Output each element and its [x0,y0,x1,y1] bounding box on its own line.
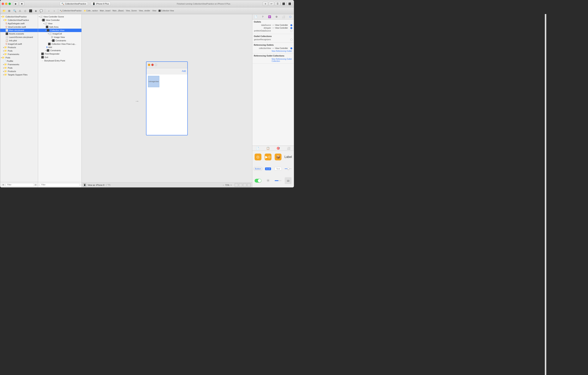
tab-connections[interactable]: ⬡ [288,15,293,19]
canvas-color-btn[interactable] [243,183,246,187]
nav-item-appdelegate[interactable]: S AppDelegate.swift [0,22,38,25]
new-referencing-outlet-collection-btn[interactable]: New Referencing Outlet Collection [272,58,292,62]
stop-button[interactable]: ■ [19,2,24,6]
nav-item-cvp-group[interactable]: ▾ 📁 CollectionViewPractice [0,18,38,22]
nav-icon-breakpoint[interactable]: ◈ [33,9,38,13]
new-referencing-outlet-btn[interactable]: New Referencing Outlet [272,50,292,52]
bc-item-7[interactable]: ⬛ Collection View [158,10,174,12]
scene-item-view[interactable]: ▾ ⬜ View [38,22,82,25]
nav-item-project-root[interactable]: ▾ 📁 CollectionViewPractice [0,15,38,18]
nav-item-products[interactable]: ▸ 📁 Products [0,46,38,49]
nav-item-podfile[interactable]: 📄 Podfile [0,59,38,63]
add-file-button[interactable]: + [2,183,5,187]
nav-item-pods-root[interactable]: ▾ 📁 Pods [0,56,38,59]
minimize-button[interactable] [5,3,7,5]
nav-icon-symbol[interactable]: ⊞ [7,9,11,13]
nav-item-frameworks[interactable]: ▸ 📁 Frameworks [0,53,38,56]
scene-item-safearea[interactable]: ⬛ Safe Area [38,25,82,29]
nav-item-assets[interactable]: ⬛ Assets.xcassets [0,32,38,35]
tab-attributes[interactable]: ⚙ [274,15,279,19]
obj-lib-tab-objects[interactable]: 🎯 [277,147,280,150]
nav-item-viewcontroller[interactable]: S ViewController.swift [0,25,38,29]
filter-options[interactable]: ⊞ [35,184,36,186]
outlet-circle-collectionview[interactable] [290,47,292,49]
grid-btn[interactable] [239,183,242,187]
back-button[interactable]: ‹ [47,9,51,13]
obj-lib-item-image[interactable]: 🏔 [284,175,293,187]
canvas-content[interactable]: → Add [82,14,252,182]
scene-item-constraints-cell[interactable]: ▸ ⬛ Constraints [38,39,82,42]
tab-quickhelp[interactable]: ? [261,15,265,19]
outlet-circle-datasource[interactable] [290,24,292,26]
nav-icon-search[interactable]: 🔍 [12,9,17,13]
project-scheme-selector[interactable]: 🔨 CollectionViewPractice [60,2,88,6]
aspect-fit-btn[interactable] [235,183,238,187]
obj-lib-item-segmented[interactable]: 1 | 2 [263,163,273,175]
nav-item-products2[interactable]: ▸ 📁 Products [0,70,38,73]
obj-lib-item-switch[interactable] [253,175,263,187]
obj-lib-item-progress[interactable] [273,175,283,187]
library-toggle[interactable]: ⬛ [287,2,292,6]
nav-item-infoplist[interactable]: 📋 Info.plist [0,39,38,42]
obj-lib-item-navcontroller[interactable]: ▶⊙ [263,152,273,163]
outlet-circle-gesture[interactable] [290,39,292,41]
scene-item-add-btn[interactable]: B Add [38,46,82,49]
bc-item-3[interactable]: Main...(Base) [113,10,124,12]
obj-lib-item-slider[interactable] [284,163,293,175]
nav-icon-report[interactable]: 💬 [39,9,43,13]
outlet-circle-delegate[interactable] [290,27,292,29]
tab-file[interactable]: 📄 [253,15,258,19]
back-forward[interactable]: ↩ [269,2,274,6]
obj-lib-tab-list[interactable]: 📋 [266,147,270,150]
obj-lib-item-tablevc[interactable]: 📦 [273,152,283,163]
tab-size[interactable]: ⬜ [281,15,286,19]
more-btn[interactable] [247,183,251,187]
obj-lib-item-viewcontroller[interactable]: ⊙ [253,152,263,163]
obj-lib-item-textfield[interactable]: Text [273,163,283,175]
forward-button[interactable]: › [52,9,56,13]
obj-lib-tab-snippets[interactable]: ⬜ [287,147,290,150]
nav-icon-debug[interactable]: ⬛ [28,9,33,13]
nav-item-targets[interactable]: ▸ 📁 Targets Support Files [0,73,38,77]
phone-collection-body[interactable]: UIImageView [147,74,187,135]
nav-item-imagecell[interactable]: S ImageCell.swift [0,42,38,46]
scene-item-entrypoint[interactable]: → Storyboard Entry Point [38,59,82,62]
nav-toggle[interactable]: ☰ [275,2,280,6]
editor-mode-standard[interactable]: ≡ [263,2,268,6]
scene-item-imagecell[interactable]: ▾ ⬜ ImageCell [38,32,82,35]
bc-item-6[interactable]: View [152,10,157,12]
obj-lib-item-label[interactable]: Label [284,152,293,163]
nav-item-launchscreen[interactable]: ⬜ LaunchScreen.storyboard [0,35,38,39]
zoom-in-button[interactable]: + [231,184,232,186]
device-selector[interactable]: 📱 iPhone 8 Plus [91,2,111,6]
obj-lib-tab-file[interactable]: 📄 [256,147,259,150]
scene-item-vc[interactable]: ▾ ⬛ View Controller [38,18,82,22]
bc-item-1[interactable]: 📁 Colle...ractice [84,10,98,12]
bc-item-0[interactable]: 🔨 CollectionViewPractice [60,10,82,12]
scene-item-exit[interactable]: ⬛ Exit [38,55,82,59]
nav-item-frameworks2[interactable]: ▸ 📁 Frameworks [0,63,38,66]
run-button[interactable]: ▶ [13,2,18,6]
file-filter-input[interactable] [5,183,34,187]
nav-item-pods2[interactable]: ▸ 📁 Pods [0,66,38,70]
tab-identity[interactable]: 🆔 [267,15,272,19]
bc-item-2[interactable]: Main...board [100,10,110,12]
nav-icon-folder[interactable]: 📁 [2,9,6,13]
nav-item-mainstoryboard[interactable]: ⬜ Main.storyboard [0,29,38,32]
outlet-circle-prefetch[interactable] [290,30,292,32]
collection-cell-item[interactable]: UIImageView [148,76,159,87]
scene-filter-input[interactable] [40,183,80,187]
scene-item-collectionview[interactable]: ▾ ⬛ Collection View [38,29,82,32]
scene-item-scene[interactable]: ▾ ⬜ View Controller Scene [38,15,82,18]
phone-mockup[interactable]: Add UIImageView [146,61,188,135]
bc-item-4[interactable]: View...Scene [126,10,137,12]
nav-item-pods-sub[interactable]: ▸ 📁 Pods [0,49,38,53]
close-button[interactable] [2,3,4,5]
obj-lib-item-button[interactable]: Button [253,163,263,175]
bc-item-5[interactable]: View...ntroller [139,10,150,12]
scene-item-flowlayout[interactable]: ⬛ Collection View Flow Lay... [38,42,82,46]
inspector-toggle[interactable]: ⬛ [281,2,286,6]
scene-item-firstresponder[interactable]: ⬛ First Responder [38,52,82,55]
scene-item-constraints-view[interactable]: ▸ ⬛ Constraints [38,49,82,52]
obj-lib-item-activity[interactable]: ✳ [263,175,273,187]
